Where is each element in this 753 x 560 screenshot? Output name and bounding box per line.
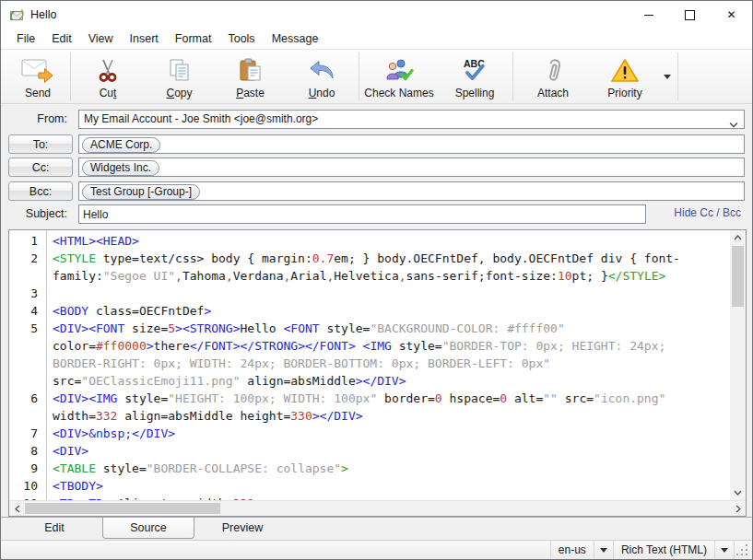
horizontal-scroll-thumb[interactable] [25, 503, 220, 514]
vertical-scrollbar[interactable] [730, 230, 746, 500]
line-number: 6 [9, 390, 46, 407]
line-number: 3 [9, 285, 46, 302]
code-line: 8<DIV> [9, 442, 730, 460]
menu-item-message[interactable]: Message [264, 30, 327, 47]
priority-dropdown-arrow[interactable] [658, 50, 677, 103]
toolbar-separator [359, 52, 359, 100]
message-headers: From: My Email Account - Joe Smith <joe@… [1, 104, 752, 229]
app-icon [9, 7, 25, 23]
compose-window: Hello ✕ File Edit View Insert Format Too… [0, 0, 753, 560]
code-text: <TBODY> [53, 477, 720, 495]
spelling-label: Spelling [455, 87, 495, 99]
scroll-up-arrow[interactable] [730, 230, 746, 245]
menu-item-edit[interactable]: Edit [43, 30, 80, 47]
format-selector[interactable]: Rich Text (HTML) [614, 543, 714, 556]
spelling-icon: ABC [459, 56, 490, 86]
from-label: From: [1, 110, 73, 129]
close-button[interactable]: ✕ [711, 1, 752, 29]
copy-button[interactable]: Copy [144, 50, 215, 103]
subject-row: Subject: Hide Cc / Bcc [1, 204, 752, 225]
menu-bar: File Edit View Insert Format Tools Messa… [1, 29, 752, 50]
cc-row: Cc: Widgets Inc. [1, 158, 752, 178]
language-dropdown-arrow[interactable] [594, 541, 613, 560]
cc-field[interactable]: Widgets Inc. [78, 158, 745, 177]
code-text: <BODY class=OECFntDef> [53, 302, 720, 320]
menu-item-view[interactable]: View [80, 30, 122, 47]
check-names-label: Check Names [364, 87, 433, 99]
scroll-left-arrow[interactable] [9, 501, 25, 516]
from-select[interactable]: My Email Account - Joe Smith <joe@smith.… [78, 110, 745, 129]
close-icon: ✕ [726, 9, 735, 20]
menu-item-format[interactable]: Format [167, 30, 220, 47]
subject-label: Subject: [1, 204, 73, 224]
undo-button[interactable]: Undo [286, 50, 358, 103]
send-button[interactable]: Send [6, 50, 69, 103]
to-field[interactable]: ACME Corp. [78, 134, 745, 154]
to-row: To: ACME Corp. [1, 134, 752, 155]
code-text: <TABLE style="BORDER-COLLAPSE: collapse"… [53, 460, 720, 477]
minimize-icon [644, 15, 653, 16]
view-tabs: Edit Source Preview [1, 517, 752, 540]
line-number: 2 [9, 250, 46, 267]
format-dropdown-arrow[interactable] [714, 541, 734, 560]
line-number: 4 [9, 302, 46, 320]
check-names-icon [383, 56, 415, 86]
subject-input[interactable] [78, 204, 646, 224]
code-line: 9<TABLE style="BORDER-COLLAPSE: collapse… [9, 460, 730, 477]
send-label: Send [25, 87, 51, 99]
language-selector[interactable]: en-us [551, 543, 594, 556]
menu-item-file[interactable]: File [8, 30, 43, 47]
line-number: 8 [9, 442, 46, 460]
source-editor: 1<HTML><HEAD>2<STYLE type=text/css> body… [8, 229, 747, 517]
attach-button[interactable]: Attach [514, 50, 592, 103]
code-line: 3 [9, 285, 730, 302]
code-text: <DIV><IMG style="HEIGHT: 100px; WIDTH: 1… [53, 390, 720, 425]
check-names-button[interactable]: Check Names [360, 50, 438, 103]
cut-icon [96, 56, 120, 86]
cc-button[interactable]: Cc: [8, 158, 73, 177]
line-number: 1 [9, 232, 46, 250]
hide-cc-bcc-link[interactable]: Hide Cc / Bcc [674, 206, 741, 219]
scroll-right-arrow[interactable] [730, 501, 746, 516]
scroll-down-arrow[interactable] [730, 485, 746, 500]
priority-button[interactable]: Priority [592, 50, 658, 103]
recipient-chip-bcc[interactable]: Test Group [-Group-] [82, 184, 200, 200]
code-line: 6<DIV><IMG style="HEIGHT: 100px; WIDTH: … [9, 390, 730, 425]
paste-label: Paste [236, 87, 265, 99]
code-text [53, 285, 720, 302]
tab-source[interactable]: Source [102, 518, 194, 539]
toolbar-separator [512, 52, 513, 100]
toolbar: Send Cut Copy [1, 50, 752, 104]
paste-button[interactable]: Paste [215, 50, 286, 103]
menu-item-insert[interactable]: Insert [122, 30, 167, 47]
line-number: 10 [9, 477, 46, 495]
vertical-scroll-thumb[interactable] [732, 246, 744, 307]
menu-item-tools[interactable]: Tools [219, 30, 263, 47]
toolbar-separator [677, 52, 678, 100]
minimize-button[interactable] [628, 1, 669, 29]
priority-icon [610, 56, 640, 86]
code-text: <STYLE type=text/css> body { margin:0.7e… [53, 250, 720, 285]
cut-label: Cut [100, 87, 117, 99]
resize-grip[interactable] [735, 542, 751, 558]
bcc-field[interactable]: Test Group [-Group-] [78, 181, 745, 201]
bcc-row: Bcc: Test Group [-Group-] [1, 181, 752, 202]
spelling-button[interactable]: ABC Spelling [438, 50, 512, 103]
tab-edit[interactable]: Edit [8, 518, 100, 540]
line-number: 9 [9, 460, 46, 477]
tab-preview[interactable]: Preview [196, 518, 288, 540]
cut-button[interactable]: Cut [72, 50, 144, 103]
priority-label: Priority [607, 87, 641, 99]
maximize-button[interactable] [669, 1, 711, 29]
chevron-down-icon [721, 548, 728, 553]
from-value: My Email Account - Joe Smith <joe@smith.… [84, 112, 318, 125]
recipient-chip-cc[interactable]: Widgets Inc. [82, 160, 159, 176]
horizontal-scrollbar[interactable] [9, 500, 746, 516]
to-button[interactable]: To: [8, 134, 73, 154]
code-area[interactable]: 1<HTML><HEAD>2<STYLE type=text/css> body… [9, 230, 730, 500]
recipient-chip-to[interactable]: ACME Corp. [82, 137, 160, 153]
from-row: From: My Email Account - Joe Smith <joe@… [1, 110, 752, 130]
code-text: <DIV>&nbsp;</DIV> [53, 425, 720, 442]
paste-icon [238, 56, 264, 86]
bcc-button[interactable]: Bcc: [8, 181, 73, 201]
